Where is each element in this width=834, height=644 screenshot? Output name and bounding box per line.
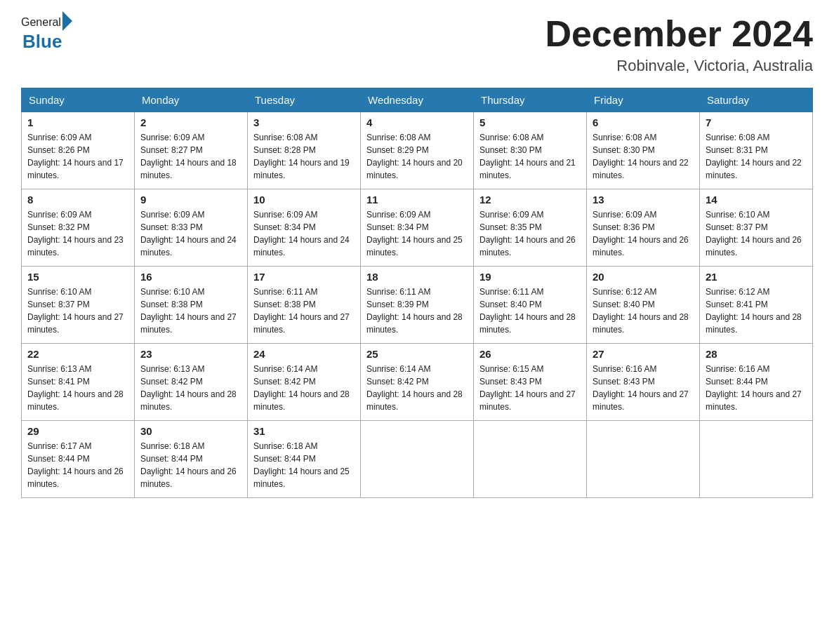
day-info: Sunrise: 6:18 AMSunset: 8:44 PMDaylight:… [140,441,237,489]
title-block: December 2024 Robinvale, Victoria, Austr… [545,14,813,75]
logo-blue-text: Blue [22,31,62,52]
day-info: Sunrise: 6:09 AMSunset: 8:27 PMDaylight:… [140,133,237,180]
day-number: 28 [706,348,807,360]
header-cell-wednesday: Wednesday [361,88,474,112]
day-cell: 11 Sunrise: 6:09 AMSunset: 8:34 PMDaylig… [361,189,474,267]
day-number: 11 [366,194,468,206]
day-number: 13 [593,194,694,206]
day-number: 19 [479,271,581,283]
day-number: 22 [27,348,128,360]
day-info: Sunrise: 6:08 AMSunset: 8:31 PMDaylight:… [706,133,802,180]
day-number: 25 [366,348,468,360]
day-info: Sunrise: 6:08 AMSunset: 8:28 PMDaylight:… [253,133,350,180]
month-title: December 2024 [545,14,813,54]
day-cell: 14 Sunrise: 6:10 AMSunset: 8:37 PMDaylig… [700,189,813,267]
day-cell: 17 Sunrise: 6:11 AMSunset: 8:38 PMDaylig… [248,267,361,344]
week-row-3: 15 Sunrise: 6:10 AMSunset: 8:37 PMDaylig… [22,267,813,344]
day-number: 7 [706,116,807,128]
day-info: Sunrise: 6:11 AMSunset: 8:40 PMDaylight:… [479,287,576,335]
day-number: 29 [27,425,128,437]
day-cell: 19 Sunrise: 6:11 AMSunset: 8:40 PMDaylig… [474,267,587,344]
day-cell: 1 Sunrise: 6:09 AMSunset: 8:26 PMDayligh… [22,112,135,189]
day-info: Sunrise: 6:10 AMSunset: 8:37 PMDaylight:… [706,210,802,257]
logo-arrow-icon [62,11,72,31]
day-info: Sunrise: 6:14 AMSunset: 8:42 PMDaylight:… [253,364,350,412]
day-number: 20 [593,271,694,283]
day-cell: 30 Sunrise: 6:18 AMSunset: 8:44 PMDaylig… [135,421,248,498]
day-cell: 29 Sunrise: 6:17 AMSunset: 8:44 PMDaylig… [22,421,135,498]
day-number: 30 [140,425,241,437]
day-info: Sunrise: 6:14 AMSunset: 8:42 PMDaylight:… [366,364,463,412]
day-cell: 9 Sunrise: 6:09 AMSunset: 8:33 PMDayligh… [135,189,248,267]
day-info: Sunrise: 6:18 AMSunset: 8:44 PMDaylight:… [253,441,350,489]
day-number: 17 [253,271,355,283]
day-cell: 31 Sunrise: 6:18 AMSunset: 8:44 PMDaylig… [248,421,361,498]
header-cell-monday: Monday [135,88,248,112]
day-cell: 7 Sunrise: 6:08 AMSunset: 8:31 PMDayligh… [700,112,813,189]
day-info: Sunrise: 6:11 AMSunset: 8:39 PMDaylight:… [366,287,463,335]
day-cell: 22 Sunrise: 6:13 AMSunset: 8:41 PMDaylig… [22,344,135,421]
day-number: 5 [479,116,581,128]
week-row-4: 22 Sunrise: 6:13 AMSunset: 8:41 PMDaylig… [22,344,813,421]
calendar-header: SundayMondayTuesdayWednesdayThursdayFrid… [22,88,813,112]
day-info: Sunrise: 6:11 AMSunset: 8:38 PMDaylight:… [253,287,350,335]
day-number: 23 [140,348,241,360]
day-cell: 28 Sunrise: 6:16 AMSunset: 8:44 PMDaylig… [700,344,813,421]
day-number: 10 [253,194,355,206]
day-cell [587,421,700,498]
day-cell [361,421,474,498]
day-number: 27 [593,348,694,360]
day-cell: 12 Sunrise: 6:09 AMSunset: 8:35 PMDaylig… [474,189,587,267]
day-cell: 20 Sunrise: 6:12 AMSunset: 8:40 PMDaylig… [587,267,700,344]
day-info: Sunrise: 6:10 AMSunset: 8:38 PMDaylight:… [140,287,237,335]
header-cell-thursday: Thursday [474,88,587,112]
day-number: 2 [140,116,241,128]
day-cell: 26 Sunrise: 6:15 AMSunset: 8:43 PMDaylig… [474,344,587,421]
page-header: General Blue December 2024 Robinvale, Vi… [21,14,813,75]
logo-general-text: General [21,16,61,29]
day-cell: 24 Sunrise: 6:14 AMSunset: 8:42 PMDaylig… [248,344,361,421]
day-info: Sunrise: 6:15 AMSunset: 8:43 PMDaylight:… [479,364,576,412]
day-info: Sunrise: 6:16 AMSunset: 8:44 PMDaylight:… [706,364,802,412]
day-number: 24 [253,348,355,360]
day-number: 9 [140,194,241,206]
day-info: Sunrise: 6:09 AMSunset: 8:34 PMDaylight:… [253,210,350,257]
day-info: Sunrise: 6:09 AMSunset: 8:33 PMDaylight:… [140,210,237,257]
day-info: Sunrise: 6:09 AMSunset: 8:36 PMDaylight:… [593,210,689,257]
day-cell: 25 Sunrise: 6:14 AMSunset: 8:42 PMDaylig… [361,344,474,421]
day-cell: 5 Sunrise: 6:08 AMSunset: 8:30 PMDayligh… [474,112,587,189]
day-cell: 13 Sunrise: 6:09 AMSunset: 8:36 PMDaylig… [587,189,700,267]
day-cell: 3 Sunrise: 6:08 AMSunset: 8:28 PMDayligh… [248,112,361,189]
header-cell-saturday: Saturday [700,88,813,112]
day-info: Sunrise: 6:09 AMSunset: 8:26 PMDaylight:… [27,133,124,180]
day-number: 8 [27,194,128,206]
day-cell: 10 Sunrise: 6:09 AMSunset: 8:34 PMDaylig… [248,189,361,267]
day-cell: 4 Sunrise: 6:08 AMSunset: 8:29 PMDayligh… [361,112,474,189]
day-number: 16 [140,271,241,283]
day-info: Sunrise: 6:09 AMSunset: 8:34 PMDaylight:… [366,210,463,257]
calendar-body: 1 Sunrise: 6:09 AMSunset: 8:26 PMDayligh… [22,112,813,498]
day-number: 6 [593,116,694,128]
week-row-2: 8 Sunrise: 6:09 AMSunset: 8:32 PMDayligh… [22,189,813,267]
day-number: 18 [366,271,468,283]
week-row-5: 29 Sunrise: 6:17 AMSunset: 8:44 PMDaylig… [22,421,813,498]
day-info: Sunrise: 6:16 AMSunset: 8:43 PMDaylight:… [593,364,689,412]
day-info: Sunrise: 6:10 AMSunset: 8:37 PMDaylight:… [27,287,124,335]
day-info: Sunrise: 6:13 AMSunset: 8:42 PMDaylight:… [140,364,237,412]
day-cell [700,421,813,498]
day-number: 21 [706,271,807,283]
day-info: Sunrise: 6:13 AMSunset: 8:41 PMDaylight:… [27,364,124,412]
logo: General Blue [21,14,72,53]
day-cell [474,421,587,498]
day-cell: 23 Sunrise: 6:13 AMSunset: 8:42 PMDaylig… [135,344,248,421]
week-row-1: 1 Sunrise: 6:09 AMSunset: 8:26 PMDayligh… [22,112,813,189]
header-cell-sunday: Sunday [22,88,135,112]
day-number: 1 [27,116,128,128]
day-number: 12 [479,194,581,206]
calendar-table: SundayMondayTuesdayWednesdayThursdayFrid… [21,88,813,498]
day-info: Sunrise: 6:09 AMSunset: 8:35 PMDaylight:… [479,210,576,257]
day-info: Sunrise: 6:12 AMSunset: 8:40 PMDaylight:… [593,287,689,335]
day-cell: 21 Sunrise: 6:12 AMSunset: 8:41 PMDaylig… [700,267,813,344]
day-number: 31 [253,425,355,437]
day-info: Sunrise: 6:17 AMSunset: 8:44 PMDaylight:… [27,441,124,489]
